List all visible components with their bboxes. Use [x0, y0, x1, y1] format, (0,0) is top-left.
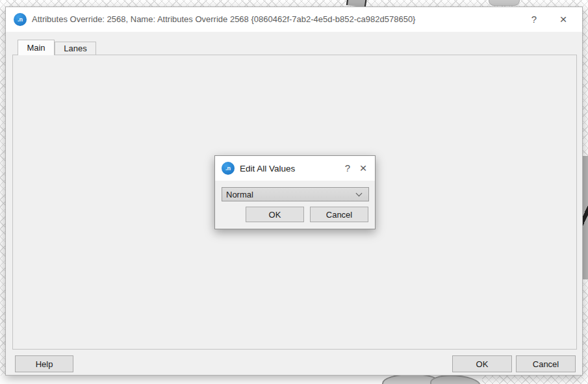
modal-help-icon[interactable]: ?: [340, 160, 355, 177]
ok-button[interactable]: OK: [452, 355, 512, 372]
modal-ok-button[interactable]: OK: [246, 207, 304, 222]
dialog-titlebar[interactable]: .n Attributes Override: 2568, Name: Attr…: [6, 7, 582, 32]
value-select[interactable]: Normal: [222, 187, 369, 201]
value-select-value: Normal: [222, 190, 357, 199]
edit-all-values-dialog: .n Edit All Values ? × Normal OK Cancel: [214, 155, 376, 229]
help-icon[interactable]: ?: [526, 11, 543, 28]
dialog-title: Attributes Override: 2568, Name: Attribu…: [32, 14, 415, 24]
modal-cancel-button[interactable]: Cancel: [310, 207, 368, 222]
cancel-button[interactable]: Cancel: [516, 355, 576, 372]
chevron-down-icon: [356, 190, 363, 197]
modal-titlebar[interactable]: .n Edit All Values ? ×: [215, 156, 375, 181]
close-icon[interactable]: ×: [555, 11, 572, 28]
help-button[interactable]: Help: [15, 355, 73, 372]
modal-close-icon[interactable]: ×: [355, 160, 371, 177]
aimsun-logo-icon: .n: [14, 13, 27, 26]
aimsun-logo-icon: .n: [222, 162, 235, 175]
map-polygon-shape: [489, 0, 520, 6]
tab-lanes[interactable]: Lanes: [55, 42, 96, 55]
modal-title: Edit All Values: [240, 164, 340, 173]
tab-main[interactable]: Main: [18, 40, 55, 55]
